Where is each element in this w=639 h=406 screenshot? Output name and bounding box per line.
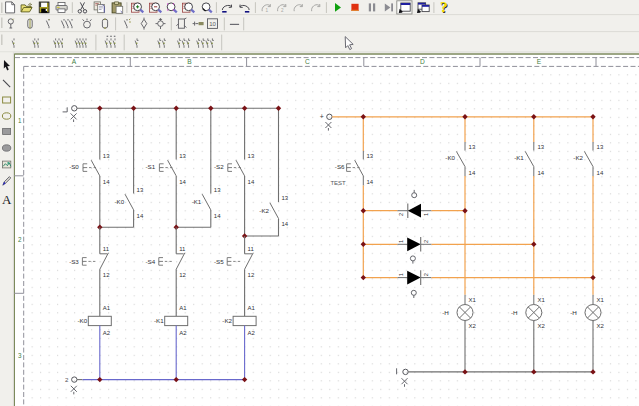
svg-text:13: 13 bbox=[248, 153, 255, 159]
svg-text:-S5: -S5 bbox=[214, 258, 224, 265]
svg-text:2: 2 bbox=[423, 240, 429, 243]
svg-text:-S4: -S4 bbox=[146, 258, 156, 265]
svg-text:11: 11 bbox=[248, 246, 255, 252]
svg-text:1: 1 bbox=[266, 8, 269, 13]
svg-text:A: A bbox=[2, 192, 12, 207]
svg-text:13: 13 bbox=[469, 144, 476, 150]
svg-text:13: 13 bbox=[282, 195, 289, 201]
svg-text:-H: -H bbox=[442, 309, 449, 316]
svg-text:14: 14 bbox=[214, 213, 221, 219]
svg-text:14: 14 bbox=[469, 170, 476, 176]
svg-text:A2: A2 bbox=[248, 330, 256, 336]
svg-text:13: 13 bbox=[597, 144, 604, 150]
svg-text:12: 12 bbox=[103, 272, 110, 278]
svg-text:X2: X2 bbox=[597, 323, 605, 329]
svg-text:14: 14 bbox=[282, 221, 289, 227]
svg-text:A1: A1 bbox=[179, 305, 187, 311]
svg-text:-K2: -K2 bbox=[573, 154, 583, 161]
svg-text:12: 12 bbox=[179, 272, 186, 278]
svg-text:13: 13 bbox=[137, 187, 144, 193]
svg-text:13: 13 bbox=[214, 187, 221, 193]
svg-text:X2: X2 bbox=[469, 323, 477, 329]
svg-text:2: 2 bbox=[398, 213, 404, 216]
svg-text:13: 13 bbox=[367, 153, 374, 159]
svg-text:13: 13 bbox=[179, 153, 186, 159]
svg-text:-H: -H bbox=[570, 309, 577, 316]
svg-text:-S2: -S2 bbox=[214, 163, 224, 170]
svg-text:C: C bbox=[305, 58, 310, 65]
svg-text:14: 14 bbox=[367, 179, 374, 185]
svg-text:-K0: -K0 bbox=[445, 154, 455, 161]
svg-text:-H: -H bbox=[511, 309, 518, 316]
svg-text:2: 2 bbox=[18, 236, 22, 243]
svg-text:2: 2 bbox=[65, 376, 69, 383]
svg-text:2: 2 bbox=[423, 273, 429, 276]
svg-text:A1: A1 bbox=[103, 305, 111, 311]
svg-text:-K1: -K1 bbox=[514, 154, 524, 161]
svg-text:-K2: -K2 bbox=[259, 207, 269, 214]
svg-text:X2: X2 bbox=[537, 323, 545, 329]
svg-text:14: 14 bbox=[137, 213, 144, 219]
svg-text:2: 2 bbox=[281, 8, 284, 13]
svg-text:A1: A1 bbox=[248, 305, 256, 311]
svg-text:D: D bbox=[420, 58, 425, 65]
svg-text:13: 13 bbox=[537, 144, 544, 150]
svg-text:3: 3 bbox=[18, 352, 22, 359]
svg-text:-S3: -S3 bbox=[69, 258, 79, 265]
svg-text:11: 11 bbox=[179, 246, 186, 252]
svg-text:11: 11 bbox=[103, 246, 110, 252]
svg-text:-K0: -K0 bbox=[78, 317, 88, 324]
svg-text:B: B bbox=[187, 58, 192, 65]
svg-text:14: 14 bbox=[597, 170, 604, 176]
svg-text:1: 1 bbox=[423, 213, 429, 216]
svg-text:14: 14 bbox=[537, 170, 544, 176]
svg-text:+: + bbox=[320, 113, 324, 120]
svg-text:X1: X1 bbox=[469, 297, 477, 303]
svg-text:TEST: TEST bbox=[330, 180, 346, 186]
svg-text:X1: X1 bbox=[537, 297, 545, 303]
svg-text:14: 14 bbox=[248, 179, 255, 185]
svg-text:-K1: -K1 bbox=[154, 317, 164, 324]
svg-text:?: ? bbox=[440, 0, 448, 15]
svg-text:10: 10 bbox=[209, 21, 216, 27]
svg-text:12: 12 bbox=[248, 272, 255, 278]
svg-text:-S6: -S6 bbox=[335, 163, 345, 170]
svg-text:13: 13 bbox=[103, 153, 110, 159]
svg-text:A: A bbox=[72, 58, 77, 65]
svg-text:A2: A2 bbox=[179, 330, 187, 336]
svg-text:14: 14 bbox=[179, 179, 186, 185]
svg-text:1: 1 bbox=[398, 240, 404, 243]
svg-text:X1: X1 bbox=[597, 297, 605, 303]
svg-text:-S0: -S0 bbox=[69, 163, 79, 170]
svg-text:14: 14 bbox=[103, 179, 110, 185]
svg-text:1: 1 bbox=[398, 273, 404, 276]
svg-text:-K0: -K0 bbox=[114, 198, 124, 205]
svg-text:E: E bbox=[537, 58, 542, 65]
svg-text:-K1: -K1 bbox=[192, 198, 202, 205]
svg-text:-K2: -K2 bbox=[222, 317, 232, 324]
svg-text:1: 1 bbox=[18, 117, 22, 124]
svg-text:-S1: -S1 bbox=[146, 163, 156, 170]
svg-text:A2: A2 bbox=[103, 330, 111, 336]
